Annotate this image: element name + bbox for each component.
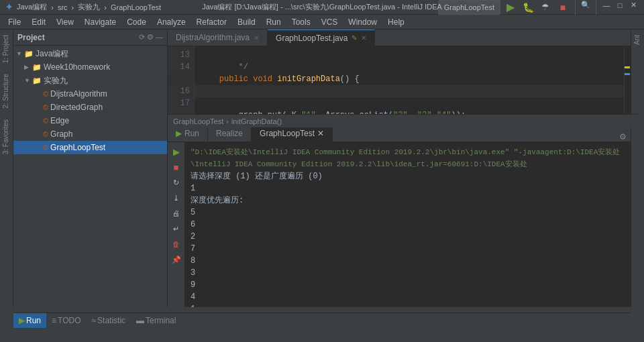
settings-icon[interactable]: ⚙ [147, 33, 154, 42]
tree-item-project[interactable]: ▼ 📁 Java编程 [13, 47, 167, 60]
graphlooptest-run-tab-label: GraphLoopTest [260, 129, 315, 138]
menu-navigate[interactable]: Navigate [79, 15, 121, 30]
tab-graphlooptest-close[interactable]: ✕ [361, 34, 366, 42]
print-button[interactable]: 🖨 [170, 207, 183, 220]
main-area: 1: Project 2: Structure 3: Favorites Pro… [0, 30, 644, 307]
menu-view[interactable]: View [51, 15, 79, 30]
menu-refactor[interactable]: Refactor [191, 15, 232, 30]
sidebar-structure-tab[interactable]: 2: Structure [0, 68, 13, 114]
run-output[interactable]: "D:\IDEA安装处\IntelliJ IDEA Community Edit… [185, 142, 631, 307]
lab9-folder-icon: 📁 [32, 76, 42, 85]
dfs-label-text: 深度优先遍历: [191, 196, 244, 205]
run-output-wrapper: "D:\IDEA安装处\IntelliJ IDEA Community Edit… [185, 142, 631, 307]
terminal-label: Terminal [146, 316, 176, 325]
rerun2-button[interactable]: ↻ [170, 176, 183, 189]
tree-item-week10[interactable]: ▶ 📁 Week10homework [13, 60, 167, 74]
clear-button[interactable]: 🗑 [170, 237, 183, 251]
todo-bottom-btn[interactable]: ≡ TODO [46, 313, 86, 328]
bottom-panel-settings[interactable]: ⚙ [615, 132, 631, 141]
debug-button[interactable]: 🐛 [521, 0, 535, 15]
soft-wrap-button[interactable]: ↵ [170, 222, 183, 235]
input-value: 1 [191, 184, 195, 193]
sidebar-project-tab[interactable]: 1: Project [0, 30, 13, 68]
line-numbers: 13 14 16 17 [168, 46, 195, 123]
week10-folder-icon: 📁 [32, 63, 42, 72]
maximize-button[interactable]: □ [614, 0, 625, 11]
project-label: Java编程 [36, 48, 68, 60]
tree-item-directedgraph[interactable]: © DirectedGraph [13, 101, 167, 114]
tab-dijstra[interactable]: DijstraAlgorithm.java ✕ [168, 30, 268, 46]
graphlooptest-run-tab-close[interactable]: ✕ [317, 129, 324, 138]
ant-tab[interactable]: Ant [631, 30, 644, 50]
breadcrumb-class: GraphLoopTest [173, 117, 223, 124]
lab9-label: 实验九 [44, 75, 68, 87]
dfs-label: 深度优先遍历: [191, 194, 625, 207]
sync-icon[interactable]: ⟳ [139, 33, 145, 42]
titlebar-left: ✦ Java编程 › src › 实验九 › GraphLoopTest [5, 2, 161, 12]
dijstra-class-icon: © [43, 90, 48, 98]
prompt-text: 请选择深度 (1) 还是广度遍历 (0) [191, 172, 323, 181]
close-button[interactable]: ✕ [628, 0, 639, 11]
todo-icon: ≡ [52, 316, 56, 325]
statistic-bottom-btn[interactable]: ≈ Statistic [86, 313, 131, 328]
breadcrumb: GraphLoopTest › initGraphData() [168, 114, 631, 123]
code-editor: 13 14 16 17 */ public void initGraphData… [168, 46, 631, 123]
tab-realize[interactable]: Realize [208, 125, 252, 141]
menubar: File Edit View Navigate Code Analyze Ref… [0, 15, 644, 30]
bottom-panel: ▶ Run Realize GraphLoopTest ✕ ⚙ [168, 123, 631, 307]
pin-button[interactable]: 📌 [170, 253, 183, 266]
menu-window[interactable]: Window [343, 15, 382, 30]
scroll-end-button[interactable]: ⤓ [170, 191, 183, 205]
line-num-16: 16 [168, 85, 190, 97]
tree-item-dijstra[interactable]: © DijstraAlgorithm [13, 87, 167, 101]
num-1: 1 [191, 303, 625, 307]
minimize-button[interactable]: — [601, 0, 612, 11]
search-everywhere-button[interactable]: 🔍 [580, 0, 591, 11]
menu-analyze[interactable]: Analyze [152, 15, 191, 30]
project-name: Java编程 [17, 2, 47, 12]
rerun-button[interactable]: ▶ [170, 145, 183, 158]
menu-run[interactable]: Run [261, 15, 286, 30]
coverage-button[interactable]: ☂ [538, 0, 553, 15]
run-config-label[interactable]: GraphLoopTest [438, 0, 500, 15]
terminal-icon: ▬ [136, 316, 144, 325]
tree-item-edge[interactable]: © Edge [13, 114, 167, 127]
tab-graphlooptest-run[interactable]: GraphLoopTest ✕ [252, 125, 333, 141]
menu-help[interactable]: Help [382, 15, 410, 30]
minimize-panel-icon[interactable]: — [156, 33, 163, 42]
tab-graphlooptest-label: GraphLoopTest.java [276, 34, 347, 43]
menu-build[interactable]: Build [232, 15, 261, 30]
menu-tools[interactable]: Tools [286, 15, 316, 30]
stop-button[interactable]: ■ [555, 0, 570, 15]
tab-dijstra-close[interactable]: ✕ [254, 34, 259, 42]
week10-label: Week10homework [44, 62, 110, 72]
menu-edit[interactable]: Edit [26, 15, 51, 30]
tree-item-graphlooptest[interactable]: © GraphLoopTest [13, 141, 167, 154]
titlebar: ✦ Java编程 › src › 实验九 › GraphLoopTest Jav… [0, 0, 644, 15]
divider [575, 0, 576, 15]
tree-item-lab9[interactable]: ▼ 📁 实验九 [13, 74, 167, 87]
project-panel-title: Project [17, 33, 139, 42]
run-bottom-btn[interactable]: ▶ Run [13, 313, 46, 328]
cmd-line: "D:\IDEA安装处\IntelliJ IDEA Community Edit… [191, 146, 625, 170]
terminal-bottom-btn[interactable]: ▬ Terminal [131, 313, 181, 328]
tab-run[interactable]: ▶ Run [168, 125, 208, 141]
code-editor-area: 13 14 16 17 */ public void initGraphData… [168, 46, 631, 123]
code-content[interactable]: */ public void initGraphData() { graph.p… [195, 46, 624, 123]
menu-code[interactable]: Code [121, 15, 152, 30]
menu-vcs[interactable]: VCS [316, 15, 343, 30]
run-button[interactable]: ▶ [503, 0, 518, 15]
tree-item-graph[interactable]: © Graph [13, 127, 167, 141]
graph-label: Graph [50, 129, 72, 139]
stop-run-button[interactable]: ■ [170, 160, 183, 174]
code-line-14: public void initGraphData() { [200, 74, 360, 84]
tab-graphlooptest[interactable]: GraphLoopTest.java ✎ ✕ [268, 30, 375, 46]
menu-file[interactable]: File [3, 15, 26, 30]
project-tree: ▼ 📁 Java编程 ▶ 📁 Week10homework ▼ 📁 实验九 [13, 46, 167, 307]
scroll-marker-2 [625, 73, 630, 75]
sidebar-favorites-tab[interactable]: 3: Favorites [0, 114, 13, 160]
project-arrow: ▼ [16, 50, 24, 57]
directedgraph-label: DirectedGraph [50, 103, 103, 112]
right-scroll[interactable] [624, 46, 631, 123]
code-line-13: */ [200, 62, 248, 72]
